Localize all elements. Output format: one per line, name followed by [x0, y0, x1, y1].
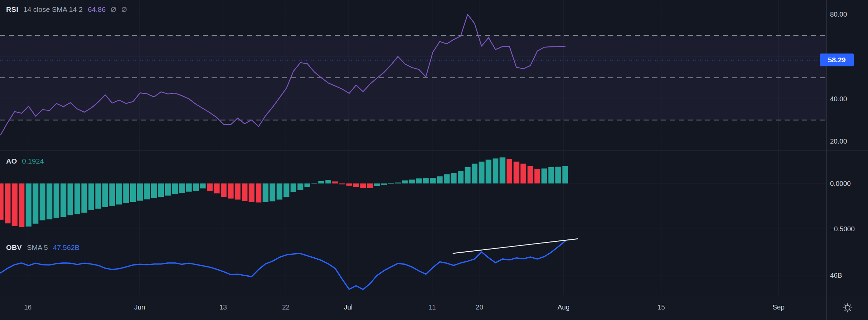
rsi-null-value-1: Ø: [111, 5, 116, 14]
scale-settings-cell: [826, 295, 868, 320]
rsi-legend[interactable]: RSI 14 close SMA 14 2 64.86 Ø Ø: [6, 5, 127, 14]
rsi-params: 14 close SMA 14 2: [23, 5, 83, 14]
time-tick-jun: Jun: [134, 303, 145, 311]
obv-legend[interactable]: OBV SMA 5 47.562B: [6, 243, 80, 252]
obv-pane[interactable]: [0, 236, 826, 295]
rsi-axis-label: 20.00: [830, 137, 847, 145]
ao-legend[interactable]: AO 0.1924: [6, 157, 44, 165]
time-tick-20: 20: [476, 303, 483, 311]
time-tick-jul: Jul: [344, 303, 353, 311]
time-tick-16: 16: [24, 303, 32, 311]
obv-params: SMA 5: [27, 243, 48, 252]
obv-title: OBV: [6, 243, 22, 252]
time-tick-13: 13: [219, 303, 227, 311]
rsi-pane[interactable]: [0, 0, 826, 151]
time-tick-11: 11: [429, 303, 436, 311]
ao-title: AO: [6, 157, 17, 165]
time-scale[interactable]: 16Jun1322Jul1120Aug15Sep: [0, 295, 868, 320]
scale-settings-icon[interactable]: [843, 303, 853, 313]
obv-axis-label: 46B: [830, 271, 842, 279]
rsi-axis-label: 80.00: [830, 10, 847, 18]
time-tick-aug: Aug: [557, 303, 570, 311]
rsi-null-value-2: Ø: [121, 5, 127, 14]
time-tick-15: 15: [657, 303, 665, 311]
ao-value: 0.1924: [22, 157, 44, 165]
rsi-value: 64.86: [88, 5, 106, 14]
rsi-tracked-value-badge: 58.29: [820, 54, 854, 66]
ao-axis-label: −0.5000: [830, 225, 855, 233]
rsi-title: RSI: [6, 5, 18, 14]
price-scale[interactable]: 80.0040.0020.000.0000−0.500046B: [826, 0, 868, 295]
time-tick-22: 22: [282, 303, 290, 311]
chart-window: RSI 14 close SMA 14 2 64.86 Ø Ø AO 0.192…: [0, 0, 868, 320]
rsi-tracked-value: 58.29: [828, 56, 846, 64]
ao-axis-label: 0.0000: [830, 179, 851, 187]
rsi-axis-label: 40.00: [830, 95, 847, 103]
ao-pane[interactable]: [0, 151, 826, 236]
obv-value: 47.562B: [53, 243, 79, 252]
time-tick-sep: Sep: [772, 303, 785, 311]
